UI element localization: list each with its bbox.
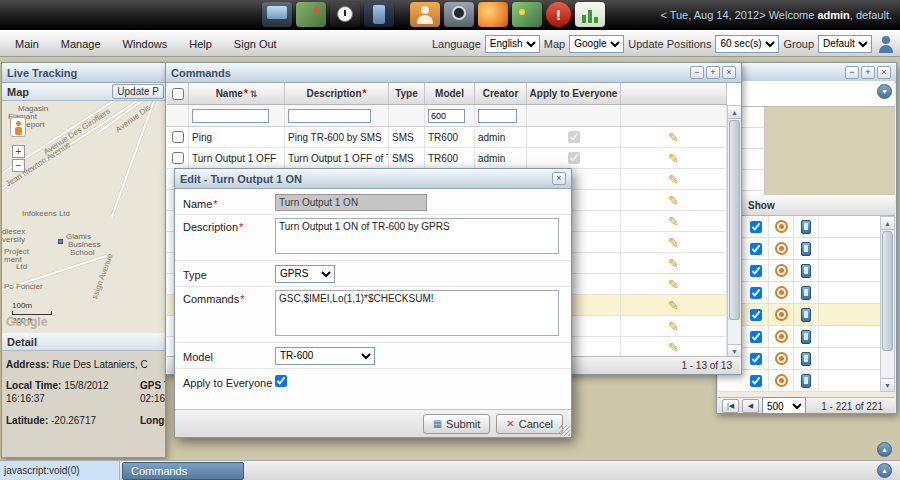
edit-icon[interactable]: ✎: [668, 278, 679, 291]
locate-icon[interactable]: [775, 264, 788, 277]
detail-panel-header[interactable]: Detail: [2, 333, 165, 351]
model-select[interactable]: TR-600: [275, 347, 375, 365]
close-icon[interactable]: ×: [552, 172, 566, 185]
command-row[interactable]: Ping Ping TR-600 by SMS SMS TR600 admin …: [167, 127, 727, 148]
report-icon[interactable]: [575, 2, 605, 27]
locate-icon[interactable]: [775, 220, 788, 233]
column-type[interactable]: Type: [389, 83, 425, 104]
device-icon[interactable]: [801, 286, 811, 300]
map-provider-select[interactable]: Google: [569, 35, 624, 53]
menu-main[interactable]: Main: [4, 38, 50, 50]
alert-icon[interactable]: !: [546, 2, 571, 27]
device-icon[interactable]: [801, 352, 811, 366]
scrollbar-thumb[interactable]: [882, 231, 893, 351]
vehicle-list-titlebar[interactable]: − + ×: [717, 63, 896, 83]
expand-panel-icon[interactable]: ▲: [877, 442, 892, 457]
scroll-up-button[interactable]: ▲: [881, 217, 894, 230]
scrollbar-thumb[interactable]: [729, 120, 740, 320]
edit-icon[interactable]: ✎: [668, 131, 679, 144]
page-size-select[interactable]: 500: [762, 397, 806, 414]
scroll-down-button[interactable]: ▼: [881, 378, 894, 391]
locate-icon[interactable]: [775, 330, 788, 343]
routes-icon[interactable]: [512, 2, 542, 27]
mobile-device-icon[interactable]: [364, 2, 394, 27]
minimize-button[interactable]: −: [845, 66, 859, 79]
creator-filter-input[interactable]: [478, 109, 517, 123]
edit-icon[interactable]: ✎: [668, 215, 679, 228]
maximize-button[interactable]: +: [706, 66, 720, 79]
clock-icon[interactable]: [330, 2, 360, 27]
description-input[interactable]: Turn Output 1 ON of TR-600 by GPRS: [275, 218, 559, 254]
vehicle-row[interactable]: [718, 216, 880, 238]
group-select[interactable]: Default: [818, 35, 872, 53]
firefox-icon[interactable]: [478, 2, 508, 27]
cancel-button[interactable]: ✕Cancel: [496, 414, 563, 434]
select-all-checkbox[interactable]: [172, 88, 184, 100]
camera-icon[interactable]: [444, 2, 474, 27]
pegman-control[interactable]: [10, 117, 26, 137]
column-apply-to-everyone[interactable]: Apply to Everyone: [527, 83, 621, 104]
show-checkbox[interactable]: [750, 265, 762, 277]
apply-to-everyone-checkbox[interactable]: [275, 375, 287, 387]
show-checkbox[interactable]: [750, 331, 762, 343]
commands-table-scrollbar[interactable]: ▲ ▼: [727, 105, 742, 358]
resize-grip[interactable]: [559, 425, 570, 436]
show-checkbox[interactable]: [750, 243, 762, 255]
language-select[interactable]: English: [485, 35, 540, 53]
maximize-button[interactable]: +: [861, 66, 875, 79]
device-icon[interactable]: [801, 330, 811, 344]
show-checkbox[interactable]: [750, 353, 762, 365]
taskbar-expand-icon[interactable]: ▲: [877, 463, 892, 478]
first-page-button[interactable]: |◀: [722, 399, 739, 413]
row-checkbox[interactable]: [172, 152, 184, 164]
vehicle-row[interactable]: [718, 238, 880, 260]
locate-icon[interactable]: [775, 352, 788, 365]
row-checkbox[interactable]: [172, 131, 184, 143]
menu-help[interactable]: Help: [178, 38, 223, 50]
menu-sign-out[interactable]: Sign Out: [223, 38, 288, 50]
update-positions-select[interactable]: 60 sec(s): [715, 35, 779, 53]
command-row[interactable]: Turn Output 1 OFF Turn Output 1 OFF of T…: [167, 148, 727, 169]
device-icon[interactable]: [801, 220, 811, 234]
collapse-panel-icon[interactable]: ▼: [877, 84, 892, 99]
account-icon[interactable]: [878, 36, 894, 53]
column-creator[interactable]: Creator: [475, 83, 527, 104]
name-filter-input[interactable]: [192, 109, 269, 123]
zoom-out-button[interactable]: −: [12, 159, 25, 172]
device-icon[interactable]: [801, 374, 811, 388]
edit-icon[interactable]: ✎: [668, 341, 679, 354]
menu-manage[interactable]: Manage: [50, 38, 112, 50]
edit-icon[interactable]: ✎: [668, 257, 679, 270]
vehicle-row-selected[interactable]: [718, 304, 880, 326]
locate-icon[interactable]: [775, 374, 788, 387]
commands-input[interactable]: GSC,$IMEI,Lo(1,1)*$CHECKSUM!: [275, 290, 559, 336]
column-name[interactable]: Name*⇅: [189, 83, 285, 104]
vehicle-row[interactable]: [718, 348, 880, 370]
dashboard-icon[interactable]: [262, 2, 292, 27]
live-tracking-titlebar[interactable]: Live Tracking: [2, 63, 165, 83]
update-position-button[interactable]: Update P: [112, 84, 164, 99]
vehicle-list-scrollbar[interactable]: ▲ ▼: [880, 216, 895, 392]
model-filter-input[interactable]: [428, 109, 465, 123]
edit-icon[interactable]: ✎: [668, 320, 679, 333]
user-icon[interactable]: [410, 2, 440, 27]
column-model[interactable]: Model: [425, 83, 475, 104]
column-description[interactable]: Description*: [285, 83, 389, 104]
close-button[interactable]: ×: [722, 66, 736, 79]
locate-icon[interactable]: [775, 242, 788, 255]
taskbar-commands-button[interactable]: Commands: [122, 462, 244, 480]
locate-icon[interactable]: [775, 286, 788, 299]
prev-page-button[interactable]: ◀: [742, 399, 759, 413]
edit-icon[interactable]: ✎: [668, 194, 679, 207]
scroll-up-button[interactable]: ▲: [728, 106, 741, 119]
submit-button[interactable]: ▦Submit: [423, 414, 491, 434]
type-select[interactable]: GPRS: [275, 265, 335, 283]
vehicle-row[interactable]: [718, 326, 880, 348]
show-checkbox[interactable]: [750, 309, 762, 321]
edit-icon[interactable]: ✎: [668, 236, 679, 249]
show-checkbox[interactable]: [750, 221, 762, 233]
vehicle-row[interactable]: [718, 370, 880, 392]
edit-icon[interactable]: ✎: [668, 152, 679, 165]
commands-titlebar[interactable]: Commands − + ×: [166, 63, 741, 83]
show-checkbox[interactable]: [750, 287, 762, 299]
